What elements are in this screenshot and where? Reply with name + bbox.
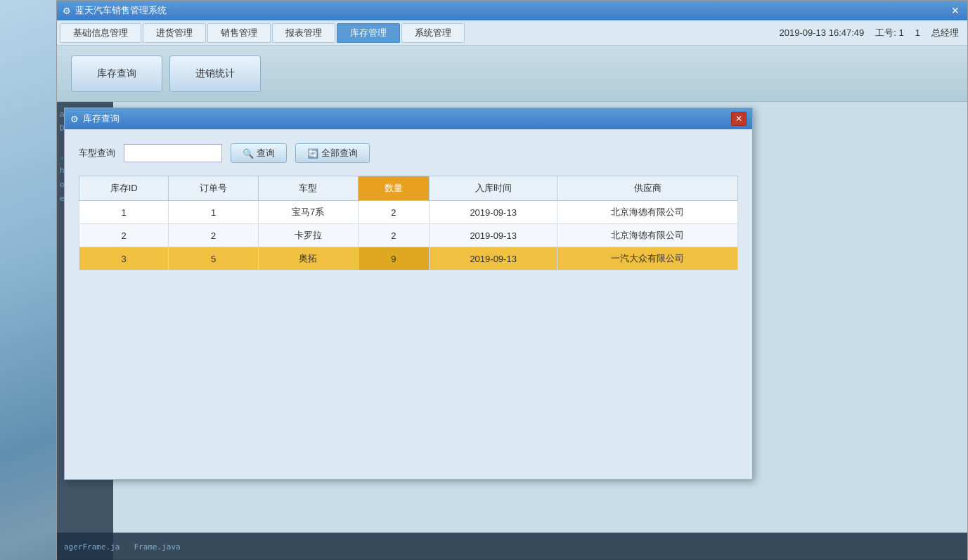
search-icon: 🔍 <box>243 148 254 159</box>
table-header: 库存ID 订单号 车型 数量 入库时间 供应商 <box>79 176 738 201</box>
bg-content: ageConnec DaoImp.ja .java how.java omer.… <box>57 102 967 560</box>
toolbar: 库存查询 进销统计 <box>57 46 967 102</box>
cell-supplier: 北京海德有限公司 <box>557 201 738 224</box>
status-role: 总经理 <box>931 27 959 39</box>
cell-date: 2019-09-13 <box>430 247 557 271</box>
cell-model: 卡罗拉 <box>258 224 358 247</box>
title-bar-left: ⚙ 蓝天汽车销售管理系统 <box>63 4 167 17</box>
dialog-gear-icon: ⚙ <box>70 114 79 124</box>
cell-order: 5 <box>169 247 258 271</box>
app-title: 蓝天汽车销售管理系统 <box>75 4 167 17</box>
bottom-file-1: agerFrame.ja <box>64 542 120 552</box>
search-label: 车型查询 <box>79 147 115 159</box>
cell-id: 3 <box>79 247 169 271</box>
table-row[interactable]: 3 5 奥拓 9 2019-09-13 一汽大众有限公司 <box>79 247 738 271</box>
tab-reports[interactable]: 报表管理 <box>272 23 335 43</box>
status-count: 1 <box>915 27 920 38</box>
main-window: ⚙ 蓝天汽车销售管理系统 ✕ 基础信息管理 进货管理 销售管理 报表管理 库存管… <box>56 0 968 560</box>
cell-supplier: 北京海德有限公司 <box>557 224 738 247</box>
inventory-table: 库存ID 订单号 车型 数量 入库时间 供应商 1 1 宝马7系 <box>79 176 738 271</box>
dialog-title-text: 库存查询 <box>83 112 120 125</box>
title-bar: ⚙ 蓝天汽车销售管理系统 ✕ <box>57 1 967 20</box>
status-work: 工号: 1 <box>875 27 903 39</box>
cell-date: 2019-09-13 <box>430 201 557 224</box>
search-row: 车型查询 🔍 查询 🔄 全部查询 <box>79 143 738 163</box>
tab-purchase[interactable]: 进货管理 <box>143 23 206 43</box>
tab-basic-info[interactable]: 基础信息管理 <box>60 23 141 43</box>
table-row[interactable]: 1 1 宝马7系 2 2019-09-13 北京海德有限公司 <box>79 201 738 224</box>
cell-id: 1 <box>79 201 169 224</box>
dialog-content: 车型查询 🔍 查询 🔄 全部查询 库存ID <box>65 129 752 285</box>
menu-bar: 基础信息管理 进货管理 销售管理 报表管理 库存管理 系统管理 2019-09-… <box>57 20 967 46</box>
tab-inventory[interactable]: 库存管理 <box>337 23 400 43</box>
cell-supplier: 一汽大众有限公司 <box>557 247 738 271</box>
tab-sales[interactable]: 销售管理 <box>207 23 271 43</box>
cell-model: 宝马7系 <box>258 201 358 224</box>
bottom-bar: agerFrame.ja Frame.java <box>57 533 967 560</box>
col-model: 车型 <box>258 176 358 201</box>
inventory-query-dialog: ⚙ 库存查询 ✕ 车型查询 🔍 查询 🔄 全部查询 <box>64 108 753 480</box>
sales-stats-button[interactable]: 进销统计 <box>169 56 261 92</box>
table-body: 1 1 宝马7系 2 2019-09-13 北京海德有限公司 2 2 卡罗拉 2 <box>79 201 738 271</box>
cell-id: 2 <box>79 224 169 247</box>
col-id: 库存ID <box>79 176 169 201</box>
col-date: 入库时间 <box>430 176 557 201</box>
dialog-title-bar: ⚙ 库存查询 ✕ <box>65 108 752 129</box>
main-close-button[interactable]: ✕ <box>949 4 962 17</box>
table-row[interactable]: 2 2 卡罗拉 2 2019-09-13 北京海德有限公司 <box>79 224 738 247</box>
cell-qty: 2 <box>358 201 430 224</box>
cell-date: 2019-09-13 <box>430 224 557 247</box>
col-order: 订单号 <box>169 176 258 201</box>
dialog-title-left: ⚙ 库存查询 <box>70 112 120 125</box>
tab-system[interactable]: 系统管理 <box>401 23 465 43</box>
inventory-query-button[interactable]: 库存查询 <box>71 56 162 92</box>
refresh-icon: 🔄 <box>307 148 318 159</box>
cell-qty: 9 <box>358 247 430 271</box>
cell-order: 1 <box>169 201 258 224</box>
query-button[interactable]: 🔍 查询 <box>231 143 287 163</box>
bottom-file-2: Frame.java <box>134 542 180 552</box>
col-supplier: 供应商 <box>557 176 738 201</box>
status-bar: 2019-09-13 16:47:49 工号: 1 1 总经理 <box>780 27 964 39</box>
app-icon: ⚙ <box>63 6 71 16</box>
status-datetime: 2019-09-13 16:47:49 <box>780 27 865 38</box>
cell-order: 2 <box>169 224 258 247</box>
dialog-close-button[interactable]: ✕ <box>731 112 747 126</box>
header-row: 库存ID 订单号 车型 数量 入库时间 供应商 <box>79 176 738 201</box>
all-query-button[interactable]: 🔄 全部查询 <box>295 143 370 163</box>
cell-model: 奥拓 <box>258 247 358 271</box>
col-qty: 数量 <box>358 176 430 201</box>
search-input[interactable] <box>124 144 222 162</box>
cell-qty: 2 <box>358 224 430 247</box>
